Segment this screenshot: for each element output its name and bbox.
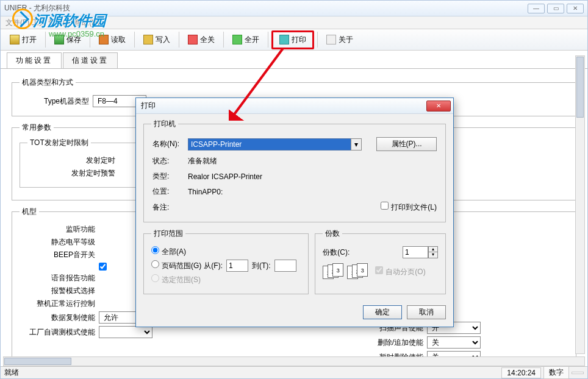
vertical-scrollbar[interactable] — [575, 55, 585, 354]
close-button[interactable]: ✕ — [567, 4, 584, 13]
print-to-file-label[interactable]: 打印到文件(L) — [381, 203, 437, 211]
copy-label: 数据复制使能 — [20, 313, 99, 323]
del-add-label: 删除/追加使能 — [348, 338, 427, 348]
emit-timer-label: 发射定时 — [27, 155, 119, 166]
write-icon — [143, 35, 153, 44]
del-add-select[interactable]: 关 — [427, 336, 481, 349]
factory-select[interactable] — [99, 326, 152, 338]
allon-icon — [232, 35, 242, 44]
status-grip — [572, 372, 584, 374]
emit-warn-label: 发射定时预警 — [27, 168, 119, 179]
read-button[interactable]: 读取 — [93, 32, 131, 48]
printer-name-select[interactable]: ICSAPP-Printer — [188, 138, 351, 151]
printer-where-label: 位置: — [152, 185, 187, 199]
voice-label: 语音报告功能 — [20, 273, 99, 283]
factory-label: 工厂自调测模式使能 — [20, 327, 99, 338]
legend-common: 常用参数 — [20, 122, 54, 133]
print-button[interactable]: 打印 — [271, 30, 314, 49]
collate-label: 自动分页(O) — [375, 266, 425, 277]
maximize-button[interactable]: ▭ — [547, 4, 564, 13]
collate-checkbox — [375, 266, 383, 274]
statusbar: 就绪 14:20:24 数字 — [1, 366, 587, 378]
group-printer: 打印机 名称(N): ICSAPP-Printer▾ 属性(P)... 状态:准… — [143, 119, 446, 222]
printer-name-dropdown-icon[interactable]: ▾ — [351, 138, 362, 151]
copies-down[interactable]: ▾ — [429, 252, 437, 258]
beep-checkbox[interactable] — [99, 263, 107, 271]
range-to-input[interactable] — [274, 260, 296, 272]
range-selection-label: 选定范围(S) — [151, 274, 201, 285]
range-from-label: 从(F): — [204, 261, 223, 271]
legend-model: 机型 — [20, 207, 39, 217]
titlebar: UNIER - 尤利尔科技 — ▭ ✕ — [1, 1, 587, 16]
status-ready: 就绪 — [4, 367, 19, 378]
print-dialog-close-button[interactable]: ✕ — [426, 101, 451, 112]
read-icon — [99, 35, 109, 44]
save-icon — [54, 35, 64, 44]
range-to-label: 到(T): — [252, 261, 271, 271]
open-icon — [10, 35, 20, 44]
squelch-label: 静态电平等级 — [20, 237, 99, 247]
copies-input[interactable] — [403, 246, 428, 258]
write-button[interactable]: 写入 — [138, 32, 176, 48]
print-dialog-titlebar[interactable]: 打印 ✕ — [136, 98, 453, 114]
about-icon — [326, 35, 336, 44]
printer-properties-button[interactable]: 属性(P)... — [376, 137, 437, 151]
printer-status-label: 状态: — [152, 154, 187, 168]
ok-button[interactable]: 确定 — [363, 305, 402, 319]
printer-type-label: 类型: — [152, 169, 187, 183]
tabbar: 功能设置 信道设置 — [1, 53, 587, 69]
print-dialog-title: 打印 — [141, 101, 426, 111]
range-pages-label[interactable]: 页码范围(G) — [151, 260, 201, 271]
allon-button[interactable]: 全开 — [227, 32, 265, 48]
menubar[interactable]: 文件(F) 工具 查看(V) 帮助(H) — [1, 16, 587, 29]
minimize-button[interactable]: — — [528, 4, 545, 13]
window-title: UNIER - 尤利尔科技 — [4, 3, 528, 13]
legend-copies: 份数 — [323, 228, 342, 239]
tab-function-settings[interactable]: 功能设置 — [7, 52, 62, 68]
range-pages-radio[interactable] — [151, 260, 159, 268]
normal-label: 整机正常运行控制 — [20, 299, 99, 309]
monitor-label: 监听功能 — [20, 224, 99, 235]
save-button[interactable]: 保存 — [49, 32, 87, 48]
group-copies: 份数 份数(C):▴▾ 123 123 自动分页(O) — [315, 228, 446, 294]
printer-type-value: Realor ICSAPP-Printer — [188, 169, 437, 183]
type-label: Type机器类型 — [20, 96, 93, 107]
tab-channel-settings[interactable]: 信道设置 — [63, 52, 118, 68]
legend-machine: 机器类型和方式 — [20, 77, 76, 88]
about-button[interactable]: 关于 — [321, 32, 359, 48]
alloff-button[interactable]: 全关 — [182, 32, 220, 48]
collate-icon: 123 — [323, 263, 347, 280]
window-controls: — ▭ ✕ — [528, 4, 584, 13]
printer-name-label: 名称(N): — [152, 135, 187, 153]
print-to-file-checkbox[interactable] — [381, 202, 389, 210]
group-tot: TOT发射定时限制 发射定时 发射定时预警 — [20, 138, 142, 188]
printer-where-value: ThinAPP0: — [188, 185, 437, 199]
cancel-button[interactable]: 取消 — [407, 305, 446, 319]
legend-tot: TOT发射定时限制 — [27, 138, 91, 148]
collate-icon-2: 123 — [347, 263, 371, 280]
open-button[interactable]: 打开 — [4, 32, 42, 48]
legend-printer: 打印机 — [151, 119, 178, 129]
printer-comment-label: 备注: — [152, 200, 187, 214]
toolbar: 打开 保存 读取 写入 全关 全开 打印 关于 — [1, 29, 587, 51]
copies-label: 份数(C): — [323, 247, 350, 258]
group-print-range: 打印范围 全部(A) 页码范围(G) 从(F): 到(T): 选定范围(S) — [143, 228, 309, 294]
beep-label: BEEP音开关 — [20, 250, 99, 260]
alloff-icon — [188, 35, 198, 44]
range-all-label[interactable]: 全部(A) — [151, 246, 186, 257]
range-selection-radio — [151, 274, 159, 282]
status-time: 14:20:24 — [501, 367, 541, 378]
printer-status-value: 准备就绪 — [188, 154, 437, 168]
status-mode: 数字 — [543, 366, 569, 379]
print-dialog: 打印 ✕ 打印机 名称(N): ICSAPP-Printer▾ 属性(P)...… — [135, 97, 454, 327]
range-all-radio[interactable] — [151, 246, 159, 254]
alarm-label: 报警模式选择 — [20, 286, 99, 296]
legend-range: 打印范围 — [151, 228, 185, 239]
range-from-input[interactable] — [226, 260, 248, 272]
print-icon — [279, 35, 289, 44]
horizontal-scrollbar[interactable] — [3, 356, 585, 366]
